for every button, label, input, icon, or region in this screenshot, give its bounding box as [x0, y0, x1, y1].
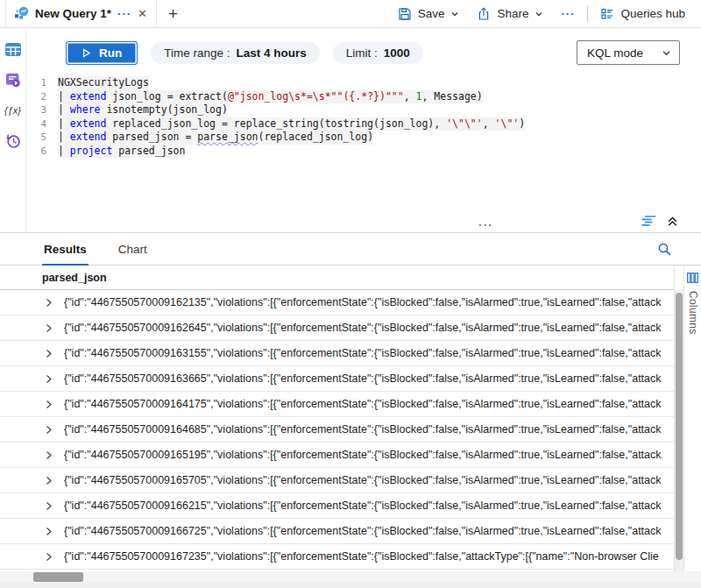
column-header-parsed-json[interactable]: parsed_json — [0, 266, 674, 290]
top-tab-bar: New Query 1* ··· ✕ + Save Share ··· — [0, 0, 701, 28]
limit-label: Limit : — [346, 46, 378, 60]
expand-row-icon[interactable] — [44, 298, 64, 308]
line-number: 5 — [26, 131, 58, 145]
table-row[interactable]: {"id":"4467550570009162135","violations"… — [0, 290, 674, 315]
table-row[interactable]: {"id":"4467550570009164685","violations"… — [0, 417, 674, 443]
code-text: | extend json_log = extract(@"json_log\s… — [58, 90, 483, 104]
code-text: | where isnotempty(json_log) — [58, 103, 228, 117]
share-label: Share — [497, 7, 528, 20]
outline-lines-icon[interactable] — [641, 215, 657, 227]
expand-row-icon[interactable] — [44, 476, 64, 485]
chevron-down-icon — [535, 10, 543, 18]
tab-chart[interactable]: Chart — [117, 243, 149, 265]
collapse-editor-icon[interactable] — [667, 216, 678, 227]
queries-hub-icon — [600, 7, 614, 21]
query-history-icon[interactable] — [4, 133, 22, 149]
query-toolbar: Run Time range : Last 4 hours Limit : 10… — [26, 28, 701, 70]
functions-icon[interactable]: {ƒx} — [4, 103, 22, 118]
queries-hub-button[interactable]: Queries hub — [591, 7, 694, 21]
editor-line[interactable]: 4| extend replaced_json_log = replace_st… — [26, 117, 701, 131]
share-button[interactable]: Share — [468, 7, 552, 21]
functions-glyph: {ƒx} — [4, 105, 21, 116]
line-number: 1 — [26, 76, 58, 90]
editor-content: Run Time range : Last 4 hours Limit : 10… — [26, 28, 701, 232]
tables-icon[interactable] — [4, 41, 22, 57]
time-range-pill[interactable]: Time range : Last 4 hours — [151, 42, 320, 64]
row-json-text: {"id":"4467550570009164175","violations"… — [64, 398, 674, 410]
table-row[interactable]: {"id":"4467550570009163155","violations"… — [0, 341, 674, 366]
columns-panel-label: Columns — [687, 291, 699, 334]
tab-more-menu[interactable]: ··· — [117, 7, 131, 20]
row-json-text: {"id":"4467550570009162645","violations"… — [64, 322, 674, 334]
results-tab-bar: Results Chart — [0, 233, 701, 266]
query-mode-select[interactable]: KQL mode — [577, 40, 680, 65]
results-panel: Results Chart parsed_json {"id":"4467550… — [0, 232, 701, 571]
row-json-text: {"id":"4467550570009165195","violations"… — [64, 449, 674, 461]
saved-queries-icon[interactable] — [4, 72, 22, 88]
query-pane: {ƒx} Run Time range : Last 4 hours Limit… — [0, 28, 701, 232]
vertical-scrollbar[interactable] — [675, 290, 683, 571]
divider — [587, 6, 588, 22]
horizontal-scrollbar-thumb[interactable] — [33, 572, 83, 582]
row-json-text: {"id":"4467550570009167235","violations"… — [64, 550, 674, 563]
expand-row-icon[interactable] — [44, 552, 64, 562]
expand-row-icon[interactable] — [44, 501, 64, 511]
table-row[interactable]: {"id":"4467550570009165705","violations"… — [0, 468, 674, 493]
save-label: Save — [418, 7, 445, 20]
code-text: | extend parsed_json = parse_json(replac… — [58, 131, 373, 145]
row-json-text: {"id":"4467550570009166725","violations"… — [64, 525, 674, 537]
row-json-text: {"id":"4467550570009162135","violations"… — [64, 296, 674, 308]
editor-line[interactable]: 3| where isnotempty(json_log) — [26, 103, 701, 117]
expand-row-icon[interactable] — [44, 400, 64, 409]
time-range-value: Last 4 hours — [237, 46, 307, 60]
editor-line[interactable]: 1NGXSecurityLogs — [26, 76, 701, 90]
table-row[interactable]: {"id":"4467550570009165195","violations"… — [0, 443, 674, 468]
expand-row-icon[interactable] — [44, 425, 64, 435]
tab-title: New Query 1* — [35, 7, 111, 20]
tab-close-icon[interactable]: ✕ — [138, 7, 147, 20]
table-row[interactable]: {"id":"4467550570009167235","violations"… — [0, 544, 674, 570]
editor-line[interactable]: 2| extend json_log = extract(@"json_log\… — [26, 90, 701, 104]
editor-line[interactable]: 6| project parsed_json — [26, 145, 701, 159]
line-number: 6 — [26, 145, 58, 159]
vertical-scrollbar-thumb[interactable] — [676, 293, 683, 560]
line-number: 2 — [26, 90, 58, 104]
columns-icon — [687, 273, 698, 283]
expand-row-icon[interactable] — [44, 450, 64, 460]
table-row[interactable]: {"id":"4467550570009164175","violations"… — [0, 392, 674, 417]
kql-editor[interactable]: 1NGXSecurityLogs2| extend json_log = ext… — [26, 70, 701, 232]
row-json-text: {"id":"4467550570009166215","violations"… — [64, 499, 674, 512]
tab-results[interactable]: Results — [42, 243, 89, 265]
limit-pill[interactable]: Limit : 1000 — [333, 42, 423, 64]
expand-row-icon[interactable] — [44, 349, 64, 358]
expand-row-icon[interactable] — [44, 527, 64, 536]
columns-panel-toggle[interactable]: Columns — [683, 266, 701, 571]
app-logo-icon — [14, 6, 29, 21]
new-tab-button[interactable]: + — [168, 5, 178, 22]
queries-hub-label: Queries hub — [620, 7, 685, 20]
query-tab[interactable]: New Query 1* ··· ✕ — [5, 0, 157, 27]
results-body: parsed_json {"id":"4467550570009162135",… — [0, 266, 701, 571]
editor-line[interactable]: 5| extend parsed_json = parse_json(repla… — [26, 131, 701, 145]
editor-tools — [641, 215, 678, 227]
save-icon — [398, 7, 412, 21]
table-row[interactable]: {"id":"4467550570009166725","violations"… — [0, 519, 674, 544]
pane-splitter-handle[interactable]: ··· — [478, 218, 493, 232]
more-actions-button[interactable]: ··· — [552, 7, 584, 20]
save-button[interactable]: Save — [389, 7, 469, 21]
horizontal-scrollbar[interactable] — [0, 571, 701, 583]
expand-row-icon[interactable] — [44, 374, 64, 384]
row-json-text: {"id":"4467550570009165705","violations"… — [64, 474, 674, 486]
search-icon[interactable] — [657, 242, 672, 257]
expand-row-icon[interactable] — [44, 323, 64, 333]
table-row[interactable]: {"id":"4467550570009162645","violations"… — [0, 315, 674, 341]
ellipsis-icon: ··· — [561, 7, 575, 20]
table-row[interactable]: {"id":"4467550570009166215","violations"… — [0, 493, 674, 519]
editor-lines: 1NGXSecurityLogs2| extend json_log = ext… — [26, 76, 701, 158]
top-actions: Save Share ··· Queries hub — [389, 6, 701, 22]
run-button[interactable]: Run — [66, 41, 138, 65]
chevron-down-icon — [450, 10, 459, 18]
table-row[interactable]: {"id":"4467550570009163665","violations"… — [0, 366, 674, 392]
code-text: NGXSecurityLogs — [58, 76, 149, 90]
share-icon — [477, 7, 491, 21]
